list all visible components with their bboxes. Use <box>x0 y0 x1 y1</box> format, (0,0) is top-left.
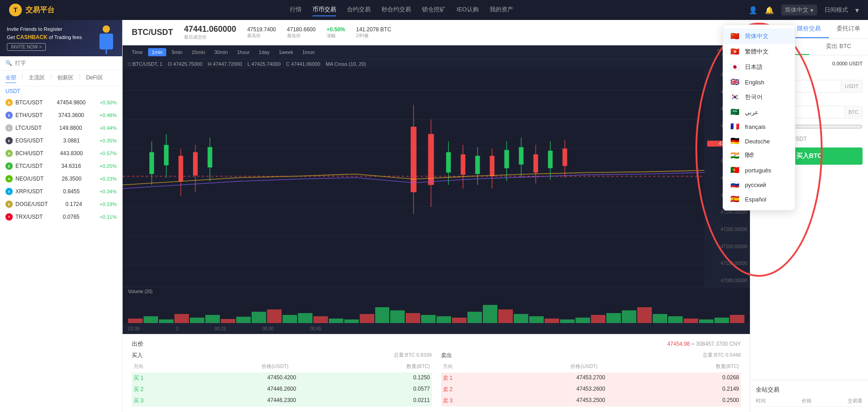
coin-change: +0.11% <box>99 214 117 220</box>
table-row[interactable]: 卖 3 47453.2500 0.2500 <box>441 395 741 407</box>
coin-icon-eos: E <box>5 137 13 144</box>
list-item[interactable]: E ETH/USDT 3743.3600 +0.48% <box>0 109 122 122</box>
search-input[interactable] <box>15 60 117 66</box>
language-option-français[interactable]: 🇫🇷 français <box>723 119 795 134</box>
sidebar-tab-创新区[interactable]: 创新区 <box>57 73 74 83</box>
search-bar[interactable]: 🔍 <box>0 56 122 70</box>
volume-section: Volume (20) <box>123 287 750 323</box>
trading-pair: BTC/USDT <box>132 28 173 37</box>
table-row[interactable]: 卖 2 47453.2600 0.2149 <box>441 384 741 395</box>
price-level: 47160.00000 <box>707 244 747 249</box>
language-option-Deutsche[interactable]: 🇩🇪 Deutsche <box>723 134 795 148</box>
svg-rect-41 <box>562 148 567 166</box>
ohlc-open: O 47425.75000 <box>168 61 203 67</box>
sidebar-tab-主流区[interactable]: 主流区 <box>29 73 45 83</box>
fullsite-col: 交易量 <box>848 397 863 404</box>
language-option-English[interactable]: 🇬🇧 English <box>723 75 795 89</box>
table-row[interactable]: 买 2 47446.2600 0.0577 <box>132 384 432 395</box>
language-selector[interactable]: 简体中文 ▾ <box>781 5 817 15</box>
coin-change: +0.50% <box>99 100 117 105</box>
language-option-português[interactable]: 🇵🇹 português <box>723 163 795 177</box>
volume-label: Volume (20) <box>128 289 153 294</box>
ob-qty: 0.0211 <box>331 397 430 405</box>
order-book: 出价 47454.98 ≈ 308457.3700 CNY 买入 总量:BTC … <box>123 334 750 412</box>
volume-bar <box>560 319 575 323</box>
trade-tab-委托订单[interactable]: 委托订单 <box>829 20 868 38</box>
invite-banner[interactable]: Invite Friends to Register Get CASHBACK … <box>0 20 122 56</box>
chart-section: Time1min5min15min30min1hour1day1week1mon… <box>123 45 750 334</box>
col-dir-sell: 方向 <box>443 363 453 370</box>
list-item[interactable]: X XRP/USDT 0.8455 +0.34% <box>0 185 122 198</box>
volume-bar <box>714 318 729 323</box>
language-option-日本語[interactable]: 🇯🇵 日本語 <box>723 59 795 75</box>
volume-bar <box>329 319 343 323</box>
language-option-繁體中文[interactable]: 🇭🇰 繁體中文 <box>723 44 795 59</box>
ob-qty: 0.2149 <box>640 386 739 393</box>
nav-item-秒合约交易[interactable]: 秒合约交易 <box>382 4 411 16</box>
market-tabs: 全部|主流区|创新区|DeFi区 <box>0 70 122 86</box>
timeframe-btn-Time[interactable]: Time <box>128 48 146 56</box>
timeframe-btn-5min[interactable]: 5min <box>168 48 186 56</box>
mode-toggle[interactable]: 日间模式 <box>824 6 848 14</box>
volume-bar <box>575 318 590 323</box>
list-item[interactable]: E ETC/USDT 34.6316 +0.25% <box>0 160 122 172</box>
list-item[interactable]: D DOGE/USDT 0.1724 +0.19% <box>0 198 122 211</box>
invite-button[interactable]: INVITE NOW > <box>7 43 46 51</box>
buy-title: 买入 <box>132 352 143 359</box>
timeframe-btn-30min[interactable]: 30min <box>211 48 232 56</box>
list-item[interactable]: B BCH/USDT 443.8300 +0.57% <box>0 147 122 160</box>
volume-bar <box>344 319 359 323</box>
bell-icon[interactable]: 🔔 <box>765 6 774 15</box>
nav-item-币币交易[interactable]: 币币交易 <box>312 4 336 16</box>
volume-bar <box>375 307 390 323</box>
time-label: 00:45 <box>310 326 322 331</box>
ob-price: 47453.2700 <box>541 374 640 382</box>
language-option-русский[interactable]: 🇷🇺 русский <box>723 177 795 192</box>
nav-item-合约交易[interactable]: 合约交易 <box>347 4 371 16</box>
flag-icon: 🇯🇵 <box>730 64 740 71</box>
ob-qty: 0.1250 <box>331 374 430 382</box>
sidebar-tab-全部[interactable]: 全部 <box>5 73 16 83</box>
user-icon[interactable]: 👤 <box>749 6 758 15</box>
table-row[interactable]: 买 1 47450.4200 0.1250 <box>132 373 432 384</box>
timeframe-btn-1min[interactable]: 1min <box>148 48 166 56</box>
language-option-简体中文[interactable]: 🇨🇳 简体中文 <box>723 29 795 44</box>
coin-name: DOGE/USDT <box>15 201 48 207</box>
timeframe-btn-1week[interactable]: 1week <box>275 48 297 56</box>
chevron-down-icon-mode[interactable]: ▾ <box>855 6 859 15</box>
table-row[interactable]: 卖 1 47453.2700 0.0268 <box>441 373 741 384</box>
coin-change: +0.57% <box>99 151 117 156</box>
available-value: 0.0000 USDT <box>832 61 863 68</box>
timeframe-btn-15min[interactable]: 15min <box>188 48 209 56</box>
timeframe-btn-1day[interactable]: 1day <box>255 48 273 56</box>
candlestick-chart[interactable]: 47580.0000047520.0000047480.0000047440.0… <box>123 69 750 287</box>
trade-tab-限价交易[interactable]: 限价交易 <box>789 20 828 38</box>
logo[interactable]: T 交易平台 <box>9 4 55 16</box>
language-option-Español[interactable]: 🇪🇸 Español <box>723 192 795 206</box>
volume-bar <box>283 315 297 323</box>
list-item[interactable]: T TRX/USDT 0.0765 +0.11% <box>0 211 122 223</box>
sidebar-tab-DeFi区[interactable]: DeFi区 <box>86 73 103 83</box>
list-item[interactable]: E EOS/USDT 3.0881 +0.35% <box>0 134 122 147</box>
language-option-한국어[interactable]: 🇰🇷 한국어 <box>723 89 795 105</box>
coin-price: 3743.3600 <box>58 112 84 118</box>
lang-label: português <box>745 167 771 174</box>
nav-item-行情[interactable]: 行情 <box>290 4 302 16</box>
list-item[interactable]: L LTC/USDT 149.8800 +0.44% <box>0 122 122 134</box>
timeframe-btn-1mon[interactable]: 1mon <box>298 48 318 56</box>
svg-rect-29 <box>475 156 480 174</box>
coin-info: L LTC/USDT <box>5 124 42 132</box>
coin-info: D DOGE/USDT <box>5 201 48 208</box>
nav-item-我的资产[interactable]: 我的资产 <box>490 4 513 16</box>
ticker-bar: BTC/USDT 47441.060000 最后成交价 47519.7400 最… <box>123 20 750 45</box>
list-item[interactable]: N NEO/USDT 26.3500 +0.23% <box>0 172 122 185</box>
timeframe-btn-1hour[interactable]: 1hour <box>233 48 253 56</box>
list-item[interactable]: B BTC/USDT 47454.9800 +0.50% <box>0 96 122 109</box>
nav-item-IEO认购[interactable]: IEO认购 <box>456 4 478 16</box>
sell-tab[interactable]: 卖出 BTC <box>809 39 868 55</box>
nav-item-锁仓挖矿[interactable]: 锁仓挖矿 <box>422 4 446 16</box>
language-option-हिंदी[interactable]: 🇮🇳 हिंदी <box>723 148 795 163</box>
volume-label: 24H量 <box>356 33 391 39</box>
language-option-عربي[interactable]: 🇸🇦 عربي <box>723 105 795 119</box>
table-row[interactable]: 买 3 47446.2300 0.0211 <box>132 395 432 407</box>
